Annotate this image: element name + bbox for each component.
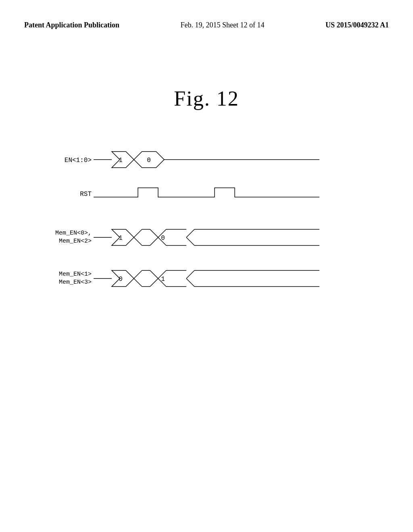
en-val1: 1 <box>119 157 123 164</box>
rst-label: RST <box>80 191 92 198</box>
mem-en02-val1: 1 <box>119 235 123 242</box>
date-sheet-label: Feb. 19, 2015 Sheet 12 of 14 <box>181 20 265 30</box>
patent-number-label: US 2015/0049232 A1 <box>325 20 389 30</box>
mem-en13-val1: 1 <box>161 276 165 283</box>
publication-label: Patent Application Publication <box>24 20 119 30</box>
figure-title: Fig. 12 <box>0 87 413 110</box>
timing-diagram-svg: EN<1:0> 1 0 RST Mem_EN<0>, Mem_EN<2> 1 <box>33 135 380 312</box>
mem-en02-label-line2: Mem_EN<2> <box>59 238 92 245</box>
mem-en02-label-line1: Mem_EN<0>, <box>55 230 92 237</box>
mem-en13-val0: 0 <box>119 276 123 283</box>
page-header: Patent Application Publication Feb. 19, … <box>0 0 413 30</box>
en-val0: 0 <box>147 157 151 164</box>
mem-en02-val0: 0 <box>161 235 165 242</box>
en-label: EN<1:0> <box>65 157 92 164</box>
mem-en13-label-line1: Mem_EN<1> <box>59 271 92 278</box>
timing-diagram: EN<1:0> 1 0 RST Mem_EN<0>, Mem_EN<2> 1 <box>0 135 413 312</box>
mem-en13-label-line2: Mem_EN<3> <box>59 279 92 286</box>
